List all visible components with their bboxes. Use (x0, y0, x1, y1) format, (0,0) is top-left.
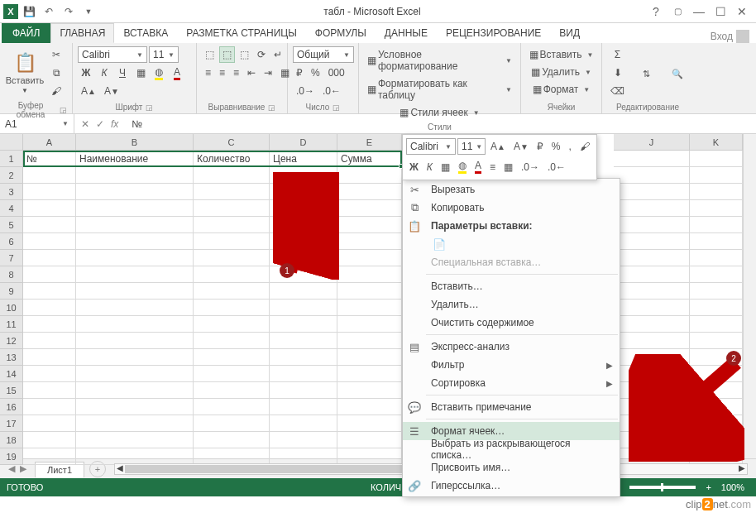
cell[interactable] (23, 250, 76, 266)
cell[interactable] (23, 448, 76, 465)
login-link[interactable]: Вход (711, 30, 756, 43)
cell[interactable] (194, 217, 270, 233)
increase-font-icon[interactable]: A▲ (78, 83, 99, 99)
cell[interactable] (690, 432, 743, 448)
cell[interactable] (337, 250, 402, 266)
cell[interactable] (614, 432, 690, 448)
mini-italic-button[interactable]: К (423, 159, 436, 175)
cell[interactable] (23, 266, 76, 283)
comma-icon[interactable]: 000 (325, 65, 348, 81)
tab-file[interactable]: ФАЙЛ (2, 23, 50, 43)
cell[interactable] (270, 200, 337, 217)
ctx-clear[interactable]: Очистить содержимое (403, 314, 620, 332)
mini-currency-icon[interactable]: ₽ (534, 138, 547, 155)
cell[interactable] (23, 399, 76, 415)
row-header[interactable]: 9 (0, 283, 23, 300)
cell[interactable] (690, 233, 743, 250)
cell[interactable] (337, 184, 402, 200)
clear-icon[interactable]: ⌫ (607, 83, 628, 99)
cell[interactable] (76, 184, 194, 200)
help-icon[interactable]: ? (647, 2, 665, 21)
enter-fx-icon[interactable]: ✓ (96, 118, 104, 130)
tab-formulas[interactable]: ФОРМУЛЫ (306, 23, 376, 43)
cell[interactable] (337, 200, 402, 217)
cell[interactable] (270, 300, 337, 316)
cell[interactable] (337, 366, 402, 382)
cell[interactable]: Цена (270, 151, 337, 167)
cell[interactable]: Количество (194, 151, 270, 167)
border-button[interactable]: ▦ (132, 65, 149, 81)
cell[interactable] (194, 184, 270, 200)
cell[interactable] (194, 300, 270, 316)
cell[interactable] (76, 283, 194, 300)
conditional-format-button[interactable]: ▦Условное форматирование▼ (364, 46, 515, 74)
mini-percent-icon[interactable]: % (548, 138, 564, 155)
cell[interactable] (337, 316, 402, 333)
decrease-font-icon[interactable]: A▼ (101, 83, 122, 99)
cell[interactable] (337, 217, 402, 233)
cell[interactable] (194, 167, 270, 184)
row-header[interactable]: 4 (0, 200, 23, 217)
cell[interactable] (337, 233, 402, 250)
cell[interactable] (614, 415, 690, 432)
cell[interactable] (690, 333, 743, 349)
decrease-indent-icon[interactable]: ⇤ (244, 65, 259, 81)
ctx-define-name[interactable]: Присвоить имя… (403, 458, 620, 477)
align-bottom-icon[interactable]: ⬚ (237, 46, 252, 63)
row-header[interactable]: 16 (0, 399, 23, 415)
cell[interactable] (614, 250, 690, 266)
cell[interactable] (690, 300, 743, 316)
cell[interactable] (614, 217, 690, 233)
row-header[interactable]: 11 (0, 316, 23, 333)
cell[interactable] (614, 283, 690, 300)
cell[interactable] (690, 316, 743, 333)
mini-bold-button[interactable]: Ж (406, 159, 422, 175)
zoom-slider[interactable] (629, 486, 696, 489)
mini-inc-decimal-icon[interactable]: .0→ (518, 159, 543, 175)
cell[interactable] (690, 184, 743, 200)
cell[interactable] (270, 250, 337, 266)
cell[interactable] (270, 233, 337, 250)
launcher-icon[interactable]: ◲ (146, 103, 153, 112)
cell[interactable] (23, 167, 76, 184)
ctx-insert[interactable]: Вставить… (403, 277, 620, 295)
cut-icon[interactable]: ✂ (48, 46, 65, 63)
format-cells-button[interactable]: ▦Формат▼ (526, 81, 596, 98)
ctx-paste-default[interactable]: 📄 (403, 235, 620, 253)
row-header[interactable]: 13 (0, 349, 23, 366)
close-icon[interactable]: ✕ (733, 2, 751, 21)
ctx-quick-analysis[interactable]: ▤Экспресс-анализ (403, 338, 620, 356)
worksheet-grid[interactable]: 12345678910111213141516171819 ABCDEF №На… (0, 134, 756, 458)
tab-data[interactable]: ДАННЫЕ (376, 23, 437, 43)
tab-insert[interactable]: ВСТАВКА (114, 23, 177, 43)
mini-center-icon[interactable]: ≡ (486, 159, 499, 175)
row-header[interactable]: 15 (0, 382, 23, 399)
mini-dec-decimal-icon[interactable]: .0← (544, 159, 569, 175)
ctx-sort[interactable]: Сортировка▶ (403, 374, 620, 392)
cell[interactable] (76, 266, 194, 283)
qat-dropdown-icon[interactable]: ▼ (79, 2, 98, 21)
row-header[interactable]: 19 (0, 448, 23, 465)
cell[interactable] (337, 167, 402, 184)
col-header-K[interactable]: K (690, 134, 743, 151)
cell[interactable] (194, 283, 270, 300)
cell[interactable] (23, 233, 76, 250)
cell[interactable] (194, 316, 270, 333)
cell[interactable] (23, 283, 76, 300)
col-header-J[interactable]: J (614, 134, 690, 151)
cell[interactable] (614, 349, 690, 366)
cell[interactable] (76, 316, 194, 333)
cell[interactable] (23, 333, 76, 349)
col-header-C[interactable]: C (194, 134, 270, 151)
cell[interactable] (337, 333, 402, 349)
percent-icon[interactable]: % (308, 65, 323, 81)
wrap-text-icon[interactable]: ↵ (270, 46, 285, 63)
cell[interactable] (614, 184, 690, 200)
cell[interactable] (76, 399, 194, 415)
find-select-button[interactable]: 🔍 (663, 66, 692, 82)
cell[interactable] (690, 217, 743, 233)
cell[interactable] (23, 300, 76, 316)
cell[interactable] (337, 266, 402, 283)
row-header[interactable]: 17 (0, 415, 23, 432)
mini-comma-icon[interactable]: , (566, 138, 575, 155)
